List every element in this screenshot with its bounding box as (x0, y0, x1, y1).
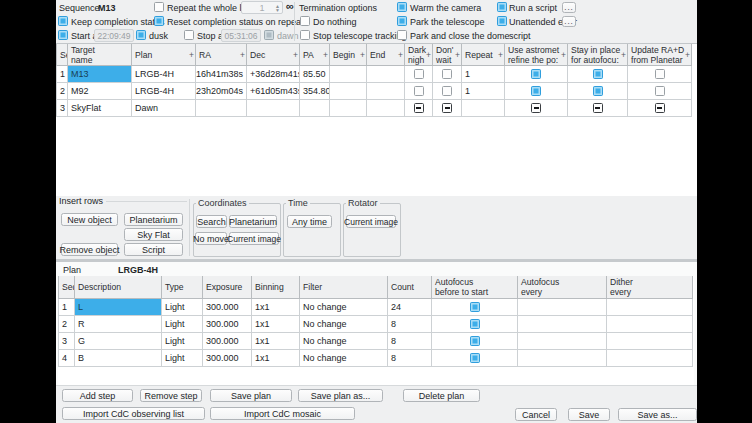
sequence-cell[interactable]: 1 (462, 83, 505, 100)
plan-cell[interactable]: R (75, 316, 162, 333)
plan-cell[interactable]: 4 (58, 350, 75, 367)
sequence-cell[interactable] (405, 83, 433, 100)
sequence-cell[interactable]: +36d28m41s (247, 66, 300, 83)
sequence-cell[interactable] (367, 66, 405, 83)
plan-cell[interactable] (607, 299, 693, 316)
sequence-cell[interactable] (300, 100, 330, 117)
plan-cell-checkbox[interactable] (470, 319, 480, 329)
plan-cell[interactable] (607, 333, 693, 350)
sequence-cell[interactable] (568, 100, 628, 117)
plan-cell[interactable]: B (75, 350, 162, 367)
insert-script-button[interactable]: Script (124, 243, 183, 256)
sequence-cell-checkbox[interactable] (442, 69, 452, 79)
coordinates-search-button[interactable]: Search (196, 215, 227, 228)
remove-object-button[interactable]: Remove object (61, 243, 118, 256)
sequence-cell[interactable] (568, 83, 628, 100)
sequence-cell[interactable]: LRGB-4H (132, 66, 196, 83)
sequence-column-header[interactable]: Don'wait+ (433, 44, 462, 66)
sequence-cell-checkbox[interactable] (414, 103, 424, 113)
save-as-button[interactable]: Save as... (618, 408, 697, 421)
sequence-cell-checkbox[interactable] (655, 86, 665, 96)
sequence-cell-checkbox[interactable] (442, 86, 452, 96)
sequence-column-header[interactable]: RA+ (196, 44, 247, 66)
sequence-cell[interactable] (330, 100, 367, 117)
sequence-cell[interactable]: M92 (68, 83, 132, 100)
plan-column-header[interactable]: Exposure (203, 276, 252, 299)
plan-cell[interactable]: 1 (58, 299, 75, 316)
plan-cell[interactable] (432, 316, 518, 333)
sequence-cell[interactable] (628, 100, 692, 117)
sequence-cell[interactable] (367, 100, 405, 117)
sequence-cell-checkbox[interactable] (531, 69, 541, 79)
insert-planetarium-button[interactable]: Planetarium (124, 213, 183, 226)
add-step-button[interactable]: Add step (62, 389, 133, 402)
plan-cell[interactable] (518, 333, 607, 350)
plan-cell[interactable]: G (75, 333, 162, 350)
remove-step-button[interactable]: Remove step (140, 389, 202, 402)
plan-cell[interactable]: 8 (388, 333, 432, 350)
plan-cell[interactable]: 300.000 (203, 299, 252, 316)
sequence-cell[interactable]: 23h20m04s (196, 83, 247, 100)
plan-cell[interactable]: 1x1 (252, 299, 300, 316)
sequence-cell[interactable]: Dawn (132, 100, 196, 117)
plan-cell[interactable]: Light (162, 350, 203, 367)
sequence-cell-checkbox[interactable] (593, 69, 603, 79)
sequence-column-header[interactable]: Targetname (68, 44, 132, 66)
sequence-cell[interactable]: SkyFlat (68, 100, 132, 117)
sequence-cell[interactable] (505, 83, 568, 100)
reset-completion-checkbox[interactable] (154, 16, 164, 26)
rotator-current-image-button[interactable]: Current image (346, 215, 396, 228)
plan-cell[interactable]: Light (162, 333, 203, 350)
sequence-cell[interactable]: M13 (68, 66, 132, 83)
plan-cell[interactable]: 300.000 (203, 350, 252, 367)
sequence-column-header[interactable]: Dec+ (247, 44, 300, 66)
plan-cell[interactable] (518, 299, 607, 316)
sequence-cell[interactable] (405, 100, 433, 117)
warm-camera-checkbox[interactable] (397, 2, 407, 12)
plan-cell[interactable]: 300.000 (203, 316, 252, 333)
plan-cell[interactable]: 8 (388, 350, 432, 367)
sequence-cell[interactable]: 1 (56, 66, 68, 83)
plan-cell[interactable] (518, 316, 607, 333)
keep-completion-checkbox[interactable] (58, 16, 68, 26)
sequence-cell[interactable] (367, 83, 405, 100)
sequence-column-header[interactable]: Plan+ (132, 44, 196, 66)
plan-cell[interactable] (432, 333, 518, 350)
plan-cell[interactable]: 300.000 (203, 333, 252, 350)
sequence-cell[interactable] (568, 66, 628, 83)
sequence-cell[interactable] (433, 83, 462, 100)
repeat-whole-list-checkbox[interactable] (154, 2, 164, 12)
sequence-cell[interactable] (505, 100, 568, 117)
plan-cell[interactable] (518, 350, 607, 367)
sequence-cell[interactable]: +61d05m43s (247, 83, 300, 100)
plan-cell[interactable]: No change (300, 299, 388, 316)
any-time-button[interactable]: Any time (287, 215, 332, 228)
plan-cell[interactable]: 2 (58, 316, 75, 333)
sequence-cell[interactable] (433, 66, 462, 83)
plan-cell[interactable] (432, 299, 518, 316)
save-plan-button[interactable]: Save plan (210, 389, 292, 402)
plan-cell-checkbox[interactable] (470, 336, 480, 346)
plan-cell-checkbox[interactable] (470, 353, 480, 363)
sequence-column-header[interactable]: Use astrometrefine the po:+ (505, 44, 568, 66)
plan-column-header[interactable]: Description (75, 276, 162, 299)
sequence-column-header[interactable]: Darknigh+ (405, 44, 433, 66)
sequence-column-header[interactable]: End+ (367, 44, 405, 66)
run-script-checkbox[interactable] (497, 2, 507, 12)
sequence-cell[interactable]: 3 (56, 100, 68, 117)
sequence-column-header[interactable]: Update RA+Dfrom Planetar+ (628, 44, 692, 66)
dawn-checkbox[interactable] (264, 30, 274, 40)
sequence-cell[interactable] (405, 66, 433, 83)
sequence-cell[interactable] (330, 83, 367, 100)
plan-column-header[interactable]: Type (162, 276, 203, 299)
coordinates-planetarium-button[interactable]: Planetarium (229, 215, 277, 228)
cancel-button[interactable]: Cancel (515, 408, 557, 421)
sky-flat-button[interactable]: Sky Flat (124, 228, 183, 241)
plan-column-header[interactable]: Autofocusevery (518, 276, 607, 299)
sequence-cell-checkbox[interactable] (442, 103, 452, 113)
save-plan-as-button[interactable]: Save plan as... (298, 389, 383, 402)
sequence-cell[interactable] (330, 66, 367, 83)
plan-column-header[interactable]: Count (388, 276, 432, 299)
plan-cell[interactable]: No change (300, 333, 388, 350)
do-nothing-checkbox[interactable] (300, 16, 310, 26)
